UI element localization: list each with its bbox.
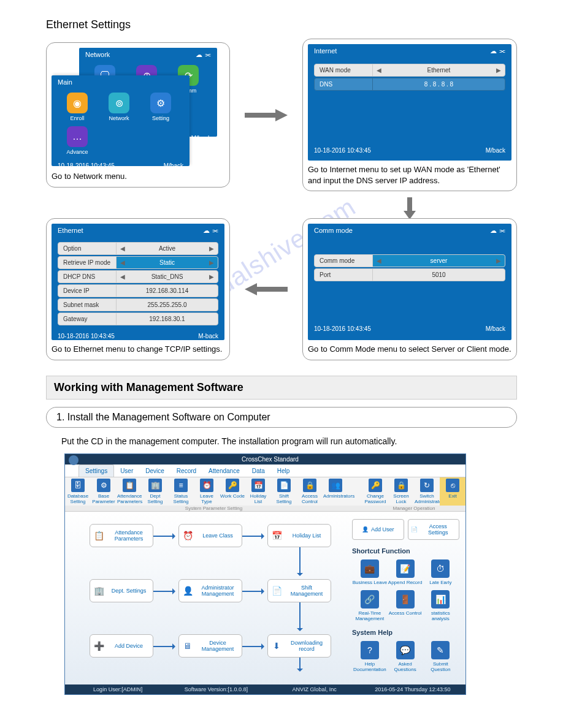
side-access-settings-button[interactable]: 📄Access Settings [408,519,460,540]
flow-item-label: Leave Class [196,533,242,539]
shortcut-label: statistics analysis [423,610,459,621]
flow-attendance-parameters[interactable]: 📋Attendance Parameters [90,524,153,547]
ribbon-attendance-parameters-button[interactable]: 📋Attendance Parameters [117,477,142,506]
tab-data[interactable]: Data [246,465,271,477]
network-icon: ⊚ [109,93,129,113]
flow-add-device[interactable]: ➕Add Device [90,634,153,658]
tab-record[interactable]: Record [170,465,202,477]
setting-row-wan-mode[interactable]: WAN mode◀▶Ethernet [314,64,505,77]
flow-item-icon: ⬇ [268,641,285,651]
flow-arrow-icon [153,536,175,537]
tab-user[interactable]: User [114,465,139,477]
shortcut-help-documentation[interactable]: ?Help Documentation [352,641,388,672]
ribbon-icon: ≡ [174,479,188,492]
shortcut-asked-questions[interactable]: 💬Asked Questions [388,641,423,672]
setting-row-dhcp-dns[interactable]: DHCP DNS◀▶Static_DNS [58,270,218,283]
setting-row-comm-mode[interactable]: Comm mode◀▶server [314,254,505,267]
advance-icon: … [67,126,88,147]
ribbon-administrators-button[interactable]: 👥Administrators [323,477,348,506]
page-title: Ethernet Settings [46,18,517,31]
setting-label: Comm mode [315,255,373,267]
mback-label: M-back [198,333,218,339]
ribbon-status-setting-button[interactable]: ≡Status Setting [168,477,194,506]
ribbon-shift-setting-button[interactable]: 📄Shift Setting [271,477,297,506]
ribbon-screen-lock-button[interactable]: 🔒Screen Lock [388,477,414,506]
mgmt-tabs: SettingsUserDeviceRecordAttendanceDataHe… [65,464,465,477]
shortcut-submit-question[interactable]: ✎Submit Question [423,641,459,672]
flow-leave-class[interactable]: ⏰Leave Class [178,524,242,547]
card-network: Network☁ ⫘ 🖵Ethernet⊕Internet⟳Comm☁Cloud… [46,42,230,188]
ribbon-group-label: System Parameter Setting [65,506,362,511]
flow-holiday-list[interactable]: 📅Holiday List [267,524,331,547]
chevron-right-icon: ▶ [496,67,501,74]
caption-comm: Go to Comm Mode menu to select Server or… [308,344,511,355]
flow-arrow-icon [299,547,301,575]
mgmt-window: CrossChex Standard SettingsUserDeviceRec… [64,453,466,695]
ribbon-switch-administrator-button[interactable]: ↻Switch Administrator [414,477,440,506]
menu-icon-advance[interactable]: …Advance [59,126,96,155]
setting-row-option[interactable]: Option◀▶Active [58,242,218,255]
shortcut-real-time-management[interactable]: 🔗Real-Time Management [352,590,388,621]
setting-row-port[interactable]: Port5010 [314,268,505,281]
ribbon-exit-button[interactable]: ⎋Exit [440,477,465,506]
ribbon-change-password-button[interactable]: 🔑Change Password [362,477,388,506]
ribbon-holiday-list-button[interactable]: 📅Holiday List [245,477,271,506]
ribbon-label: Switch Administrator [415,493,439,504]
ribbon-base-parameter-button[interactable]: ⚙Base Parameter [91,477,117,506]
shortcut-icon: 💬 [396,641,415,659]
ribbon-database-setting-button[interactable]: 🗄Database Setting [65,477,91,506]
flow-item-label: Attendance Parameters [107,529,153,542]
icon-label: Network [101,115,137,121]
menu-icon-enroll[interactable]: ◉Enroll [59,93,96,121]
shortcut-late-early[interactable]: ⏱Late Early [423,559,459,585]
ribbon-icon: ↻ [420,479,434,492]
status-datetime: 2016-05-24 Thursday 12:43:50 [364,686,462,692]
tab-help[interactable]: Help [271,465,296,477]
flow-administrator-management[interactable]: 👤Administrator Management [178,579,242,602]
setting-row-subnet-mask[interactable]: Subnet mask255.255.255.0 [58,298,218,311]
ribbon-icon: 🔑 [226,479,239,492]
shortcut-access-control[interactable]: 🚪Access Control [388,590,423,621]
cloud-icon: ☁ ⫘ [490,47,505,55]
shortcut-label: Append Record [388,580,423,585]
shortcut-statistics-analysis[interactable]: 📊statistics analysis [423,590,459,621]
setting-row-retrieve-ip-mode[interactable]: Retrieve IP mode◀▶Static [58,256,218,269]
tab-attendance[interactable]: Attendance [202,465,246,477]
setting-row-gateway[interactable]: Gateway192.168.30.1 [58,313,218,325]
setting-row-dns[interactable]: DNS8 . 8 . 8 . 8 [314,78,505,91]
menu-icon-setting[interactable]: ⚙Setting [142,93,179,121]
flow-shift-management[interactable]: 📄Shift Management [267,579,331,602]
ribbon-work-code-button[interactable]: 🔑Work Code [220,477,245,506]
ribbon-leave-type-button[interactable]: ⏰Leave Type [194,477,220,506]
chevron-right-icon: ▶ [209,245,214,252]
tab-settings[interactable]: Settings [79,464,114,477]
flow-dept-settings[interactable]: 🏢Dept. Settings [90,579,153,602]
setting-row-device-ip[interactable]: Device IP192.168.30.114 [58,284,218,297]
flow-downloading-record[interactable]: ⬇Downloading record [267,634,331,658]
mgmt-ribbon: 🗄Database Setting⚙Base Parameter📋Attenda… [65,477,465,512]
ribbon-dept-setting-button[interactable]: 🏢Dept Setting [142,477,168,506]
app-logo-icon [69,455,79,465]
setting-label: Port [315,269,373,281]
card-comm: Comm mode☁ ⫘ Comm mode◀▶serverPort5010 1… [302,218,517,360]
side-btn-label: Access Settings [420,523,457,536]
flow-arrow-icon [299,602,301,631]
setting-label: DHCP DNS [58,271,117,282]
cloud-icon: ☁ ⫘ [196,51,211,59]
shortcut-label: Real-Time Management [352,610,388,621]
shortcut-icon: ? [361,641,379,659]
side-btn-icon: 📄 [411,526,418,533]
flow-device-management[interactable]: 🖥Device Management [178,634,242,658]
ribbon-access-control-button[interactable]: 🔒Access Control [297,477,323,506]
shortcut-append-record[interactable]: 📝Append Record [388,559,423,585]
tab-device[interactable]: Device [139,465,170,477]
chevron-right-icon: ▶ [496,257,501,264]
shortcut-business-leave[interactable]: 💼Business Leave [352,559,388,585]
ribbon-label: Access Control [297,493,322,504]
flow-item-icon: ➕ [90,641,107,651]
side-add-user-button[interactable]: 👤Add User [352,519,404,540]
ethernet-screen: Ethernet☁ ⫘ Option◀▶ActiveRetrieve IP mo… [52,224,224,340]
menu-icon-network[interactable]: ⊚Network [101,93,137,121]
setting-label: Device IP [58,285,117,297]
shortcut-icon: 🚪 [396,590,415,609]
